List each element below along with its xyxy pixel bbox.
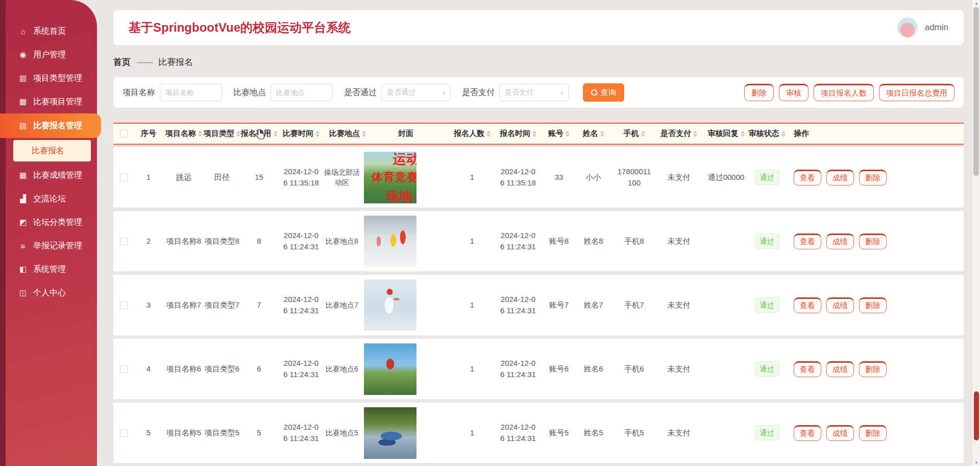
breadcrumb-home[interactable]: 首页 [113, 56, 131, 68]
user-icon: ◉ [17, 50, 29, 59]
column-header[interactable]: 报名费用 [240, 129, 278, 138]
sidebar-item[interactable]: ▦ 比赛成绩管理 [0, 164, 97, 187]
toolbar-button[interactable]: 删除 [744, 84, 774, 101]
toolbar-button[interactable]: 项目报名人数 [814, 84, 874, 101]
sidebar-item[interactable]: ≡ 举报记录管理 [0, 234, 97, 258]
cover-image[interactable] [364, 279, 416, 331]
column-header[interactable]: 封面 [360, 129, 452, 138]
column-header[interactable]: 序号 [134, 129, 163, 138]
delete-button[interactable]: 删除 [859, 234, 887, 249]
column-header[interactable]: 项目类型 [204, 129, 240, 138]
column-header[interactable]: 姓名 [574, 129, 612, 138]
column-header[interactable]: 比赛地点 [324, 129, 360, 138]
breadcrumb: 首页 —— 比赛报名 [113, 56, 964, 68]
column-header[interactable]: 是否支付 [656, 129, 702, 138]
delete-button[interactable]: 删除 [859, 170, 887, 185]
column-header[interactable]: 审核回复 [702, 129, 750, 138]
sort-carets-icon[interactable] [274, 131, 278, 137]
score-button[interactable]: 成绩 [826, 170, 854, 185]
sidebar-item[interactable]: ⌂ 系统首页 [0, 19, 97, 43]
score-button[interactable]: 成绩 [826, 234, 854, 249]
cell-username: 姓名5 [574, 427, 612, 438]
cover-image[interactable] [364, 407, 416, 459]
column-header[interactable]: 报名人数 [452, 129, 493, 138]
sidebar-item[interactable]: ◉ 用户管理 [0, 43, 97, 66]
vertical-scrollbar[interactable]: ▲ ▼ [972, 0, 980, 466]
view-button[interactable]: 查看 [794, 361, 821, 377]
column-header[interactable]: 项目名称 [163, 129, 204, 138]
scroll-up-icon[interactable]: ▲ [972, 1, 980, 6]
cell-location: 比赛地点5 [324, 428, 360, 438]
user-box[interactable]: admin [897, 17, 948, 38]
chevron-down-icon: ∨ [560, 89, 564, 96]
match-location-input[interactable] [271, 84, 333, 101]
row-checkbox[interactable] [120, 301, 128, 309]
sort-carets-icon[interactable] [566, 131, 570, 137]
column-header[interactable]: 手机 [612, 129, 656, 138]
inner-scrollbar-thumb[interactable] [974, 391, 979, 440]
pay-select[interactable]: 是否支付 ∨ [499, 84, 569, 101]
cell-fee: 15 [240, 172, 278, 183]
cell-match-time: 2024-12-06 11:24:31 [278, 230, 324, 252]
search-button[interactable]: 查询 [583, 83, 624, 102]
sort-carets-icon[interactable] [315, 131, 320, 137]
cell-project-name: 项目名称6 [163, 363, 204, 375]
cover-image[interactable]: 运动 体育竞赛 场地 [364, 152, 416, 203]
sidebar-item[interactable]: ▤ 比赛报名管理 [0, 113, 101, 138]
sidebar-item[interactable]: ◩ 论坛分类管理 [0, 211, 97, 234]
score-button[interactable]: 成绩 [826, 425, 854, 441]
sidebar-item[interactable]: ◧ 系统管理 [0, 258, 97, 281]
column-header[interactable]: 比赛时间 [278, 129, 324, 138]
cell-signup-time: 2024-12-06 11:24:31 [493, 358, 544, 380]
cell-project-name: 项目名称7 [163, 299, 204, 311]
delete-button[interactable]: 删除 [859, 361, 887, 377]
cover-poster-text: 运动 体育竞赛 场地 [364, 152, 416, 203]
sort-carets-icon[interactable] [741, 131, 745, 137]
row-checkbox[interactable] [120, 365, 128, 373]
scroll-down-icon[interactable]: ▼ [972, 460, 980, 465]
sort-carets-icon[interactable] [486, 131, 491, 137]
cover-image[interactable] [364, 343, 416, 395]
toolbar-button[interactable]: 审核 [779, 84, 808, 101]
breadcrumb-separator: —— [137, 57, 152, 67]
view-button[interactable]: 查看 [794, 170, 821, 185]
sidebar-submenu-item[interactable]: 比赛报名 [13, 140, 91, 161]
cell-pay-status: 未支付 [656, 363, 702, 375]
delete-button[interactable]: 删除 [859, 297, 887, 313]
sidebar-item[interactable]: ▦ 比赛项目管理 [0, 90, 97, 113]
scrollbar-thumb[interactable] [973, 7, 979, 176]
column-header[interactable]: 账号 [544, 129, 574, 138]
column-header[interactable]: 报名时间 [493, 129, 544, 138]
select-all-checkbox[interactable] [120, 130, 128, 137]
column-header[interactable]: 审核状态 [750, 129, 783, 138]
cell-account: 账号7 [544, 299, 574, 311]
sidebar-item[interactable]: ▟ 交流论坛 [0, 187, 97, 211]
sort-carets-icon[interactable] [198, 131, 202, 137]
cell-project-type: 项目类型6 [204, 363, 240, 375]
row-checkbox[interactable] [120, 238, 128, 245]
column-header[interactable]: 操作 [783, 129, 964, 138]
project-name-input[interactable] [160, 84, 222, 101]
sort-carets-icon[interactable] [600, 131, 604, 137]
cover-image[interactable] [364, 216, 416, 267]
score-button[interactable]: 成绩 [826, 361, 854, 377]
filter-location-label: 比赛地点 [233, 87, 266, 98]
cell-account: 33 [544, 172, 574, 183]
cell-fee: 8 [240, 236, 278, 247]
sort-carets-icon[interactable] [532, 131, 536, 137]
row-checkbox[interactable] [120, 429, 128, 437]
sidebar-item[interactable]: ◫ 个人中心 [0, 281, 97, 305]
pass-select[interactable]: 是否通过 ∨ [381, 84, 451, 101]
toolbar-button[interactable]: 项目日报名总费用 [879, 84, 954, 101]
delete-button[interactable]: 删除 [859, 425, 887, 441]
score-button[interactable]: 成绩 [826, 297, 854, 313]
view-button[interactable]: 查看 [794, 425, 821, 441]
cell-location: 比赛地点8 [324, 236, 360, 246]
sort-carets-icon[interactable] [641, 131, 645, 137]
view-button[interactable]: 查看 [794, 234, 821, 249]
sort-carets-icon[interactable] [693, 131, 697, 137]
view-button[interactable]: 查看 [794, 297, 821, 313]
row-checkbox[interactable] [120, 174, 128, 181]
avatar[interactable] [897, 17, 918, 38]
sidebar-item[interactable]: ▥ 项目类型管理 [0, 66, 97, 90]
